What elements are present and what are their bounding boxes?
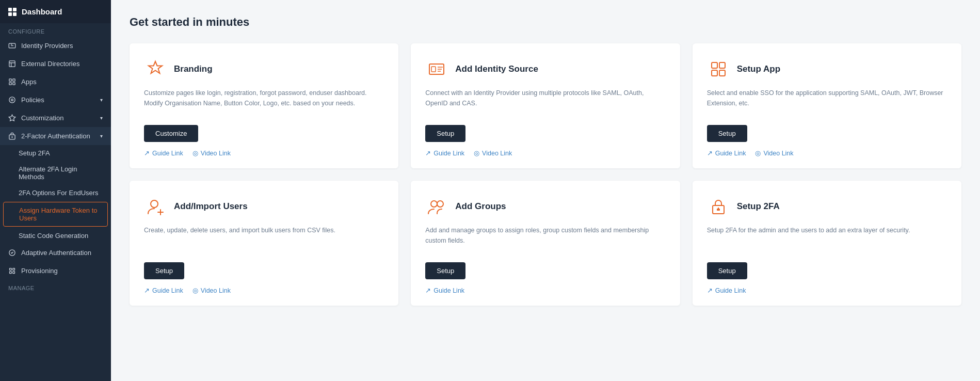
- sidebar-item-customization[interactable]: Customization ▾: [0, 109, 111, 127]
- sidebar-item-identity-providers[interactable]: Identity Providers: [0, 37, 111, 55]
- branding-video-link[interactable]: ◎ Video Link: [192, 149, 231, 157]
- assign-hardware-label: Assign Hardware Token to Users: [19, 207, 99, 222]
- 2fa-options-label: 2FA Options For EndUsers: [19, 189, 99, 197]
- setup-app-btn[interactable]: Setup: [707, 125, 747, 142]
- add-groups-guide-label: Guide Link: [433, 287, 464, 294]
- setup-app-guide-link[interactable]: ↗ Guide Link: [707, 149, 746, 157]
- sidebar-item-2fa[interactable]: 2-Factor Authentication ▾: [0, 127, 111, 145]
- setup-app-icon: [707, 58, 730, 81]
- setup-app-desc: Select and enable SSO for the applicatio…: [707, 88, 947, 115]
- branding-video-label: Video Link: [201, 150, 231, 157]
- video-icon-4: ◎: [192, 287, 198, 294]
- setup-2fa-card-title: Setup 2FA: [737, 201, 780, 212]
- 2fa-label: 2-Factor Authentication: [21, 132, 90, 140]
- svg-rect-7: [13, 79, 15, 81]
- branding-links: ↗ Guide Link ◎ Video Link: [144, 149, 384, 157]
- svg-rect-3: [9, 61, 15, 67]
- add-groups-btn[interactable]: Setup: [425, 262, 465, 279]
- sidebar: Dashboard Configure Identity Providers E…: [0, 0, 111, 381]
- add-users-title: Add/Import Users: [174, 201, 248, 212]
- sidebar-item-apps[interactable]: Apps: [0, 73, 111, 91]
- add-groups-links: ↗ Guide Link: [425, 287, 665, 294]
- identity-source-video-label: Video Link: [482, 150, 512, 157]
- id-icon: [8, 42, 16, 50]
- add-groups-guide-link[interactable]: ↗ Guide Link: [425, 287, 464, 294]
- video-icon: ◎: [192, 149, 198, 157]
- sidebar-header[interactable]: Dashboard: [0, 0, 111, 23]
- branding-title: Branding: [174, 64, 213, 74]
- identity-source-links: ↗ Guide Link ◎ Video Link: [425, 149, 665, 157]
- svg-rect-34: [717, 209, 720, 211]
- adaptive-icon: [8, 249, 16, 257]
- branding-btn[interactable]: Customize: [144, 125, 198, 142]
- svg-rect-25: [719, 62, 725, 68]
- svg-rect-24: [712, 62, 717, 68]
- policy-icon: [8, 96, 16, 104]
- add-groups-title: Add Groups: [455, 201, 506, 212]
- card-branding-header: Branding: [144, 58, 384, 81]
- provision-icon: [8, 267, 16, 275]
- add-users-guide-link[interactable]: ↗ Guide Link: [144, 287, 183, 294]
- add-users-guide-label: Guide Link: [152, 287, 183, 294]
- svg-rect-16: [13, 268, 15, 271]
- identity-source-desc: Connect with an Identity Provider using …: [425, 88, 665, 115]
- policies-chevron: ▾: [100, 97, 103, 103]
- setup-app-title: Setup App: [737, 64, 780, 74]
- setup-2fa-guide-link[interactable]: ↗ Guide Link: [707, 287, 746, 294]
- sidebar-sub-static-code[interactable]: Static Code Generation: [0, 228, 111, 244]
- add-users-btn[interactable]: Setup: [144, 262, 184, 279]
- guide-icon-6: ↗: [707, 287, 713, 294]
- setup-app-links: ↗ Guide Link ◎ Video Link: [707, 149, 947, 157]
- sidebar-sub-2fa-options[interactable]: 2FA Options For EndUsers: [0, 185, 111, 201]
- setup-app-guide-label: Guide Link: [715, 150, 746, 157]
- identity-source-icon: [425, 58, 448, 81]
- setup-app-video-label: Video Link: [763, 150, 793, 157]
- card-branding: Branding Customize pages like login, reg…: [130, 43, 398, 168]
- svg-point-28: [151, 200, 158, 208]
- identity-source-guide-link[interactable]: ↗ Guide Link: [425, 149, 464, 157]
- guide-icon-3: ↗: [707, 149, 713, 157]
- branding-guide-link[interactable]: ↗ Guide Link: [144, 149, 183, 157]
- svg-rect-26: [712, 70, 717, 76]
- card-identity-source-header: Add Identity Source: [425, 58, 665, 81]
- sidebar-item-adaptive-auth[interactable]: Adaptive Authentication: [0, 244, 111, 262]
- main-content: Get started in minutes Branding Customiz…: [111, 0, 980, 381]
- card-add-users-header: Add/Import Users: [144, 195, 384, 218]
- card-setup-app: Setup App Select and enable SSO for the …: [693, 43, 961, 168]
- svg-rect-20: [431, 67, 436, 72]
- identity-source-video-link[interactable]: ◎ Video Link: [474, 149, 512, 157]
- branding-desc: Customize pages like login, registration…: [144, 88, 384, 115]
- svg-point-32: [437, 201, 443, 207]
- section-configure: Configure: [0, 23, 111, 37]
- add-users-video-link[interactable]: ◎ Video Link: [192, 287, 231, 294]
- svg-rect-18: [13, 272, 15, 274]
- setup-2fa-card-btn[interactable]: Setup: [707, 262, 747, 279]
- sidebar-item-external-directories[interactable]: External Directories: [0, 55, 111, 73]
- card-add-groups: Add Groups Add and manage groups to assi…: [411, 181, 680, 306]
- lock-icon: [707, 195, 730, 218]
- setup-2fa-card-links: ↗ Guide Link: [707, 287, 947, 294]
- setup-2fa-sub-label: Setup 2FA: [19, 149, 50, 157]
- alternate-2fa-label: Alternate 2FA Login Methods: [19, 165, 103, 181]
- sidebar-item-provisioning[interactable]: Provisioning: [0, 262, 111, 280]
- guide-icon-4: ↗: [144, 287, 150, 294]
- add-users-video-label: Video Link: [201, 287, 231, 294]
- identity-source-btn[interactable]: Setup: [425, 125, 465, 142]
- card-setup-2fa-header: Setup 2FA: [707, 195, 947, 218]
- identity-providers-label: Identity Providers: [21, 42, 73, 50]
- adaptive-auth-label: Adaptive Authentication: [21, 249, 91, 257]
- setup-app-video-link[interactable]: ◎ Video Link: [755, 149, 793, 157]
- dashboard-label: Dashboard: [22, 7, 62, 16]
- card-setup-app-header: Setup App: [707, 58, 947, 81]
- add-users-links: ↗ Guide Link ◎ Video Link: [144, 287, 384, 294]
- sidebar-sub-alternate-2fa[interactable]: Alternate 2FA Login Methods: [0, 161, 111, 185]
- sidebar-sub-setup-2fa[interactable]: Setup 2FA: [0, 145, 111, 161]
- svg-rect-9: [13, 83, 15, 85]
- sidebar-sub-assign-hardware[interactable]: Assign Hardware Token to Users: [3, 202, 108, 227]
- customization-chevron: ▾: [100, 115, 103, 121]
- customization-label: Customization: [21, 114, 63, 122]
- svg-rect-8: [9, 83, 11, 85]
- guide-icon: ↗: [144, 149, 150, 157]
- svg-point-11: [11, 99, 13, 101]
- sidebar-item-policies[interactable]: Policies ▾: [0, 91, 111, 109]
